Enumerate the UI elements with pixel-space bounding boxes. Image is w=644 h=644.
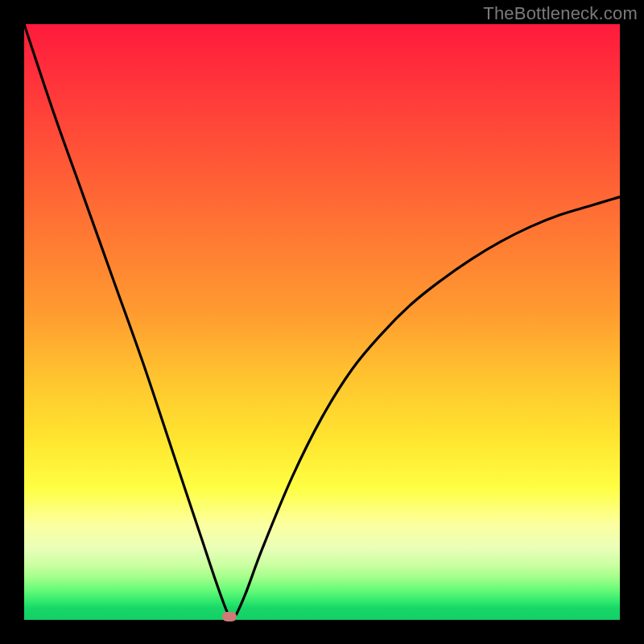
minimum-marker: [222, 612, 237, 621]
plot-area: [24, 24, 620, 620]
watermark-text: TheBottleneck.com: [483, 3, 638, 24]
chart-frame: TheBottleneck.com: [0, 0, 644, 644]
bottleneck-curve: [24, 24, 620, 620]
